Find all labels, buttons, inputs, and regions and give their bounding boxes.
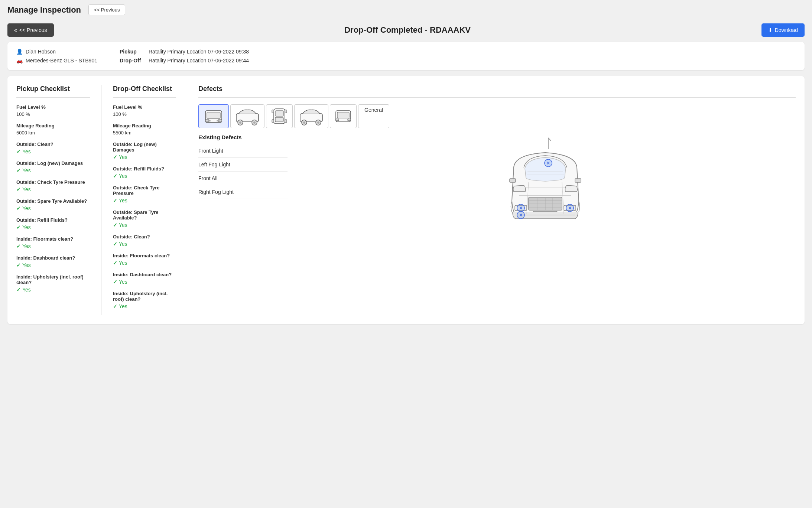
svg-text:×: × [519, 205, 522, 211]
checklist-item-label: Inside: Dashboard clean? [113, 272, 176, 277]
car-svg-container: × × × [493, 134, 597, 231]
page-title: Manage Inspection [7, 5, 81, 15]
svg-text:×: × [568, 205, 571, 211]
top-view-icon [270, 107, 289, 126]
pickup-checklist-item: Outside: Clean? Yes [16, 141, 90, 154]
checklist-item-label: Outside: Refill Fluids? [113, 166, 176, 172]
svg-rect-5 [217, 120, 220, 121]
dropoff-label: Drop-Off [120, 58, 146, 64]
checklist-item-value: Yes [16, 224, 90, 230]
download-icon: ⬇ [768, 27, 773, 33]
pickup-items: Fuel Level %100 %Mileage Reading5000 kmO… [16, 104, 90, 293]
svg-rect-15 [272, 110, 274, 113]
pickup-checklist-item: Outside: Check Tyre Pressure Yes [16, 179, 90, 192]
checklist-item-label: Mileage Reading [16, 123, 90, 128]
checklist-item-value: Yes [113, 222, 176, 228]
checklist-item-value: 100 % [16, 111, 90, 117]
vehicle-name: Mercedes-Benz GLS - STB901 [26, 58, 97, 64]
pickup-divider [16, 97, 90, 98]
defect-list-item[interactable]: Front Light [198, 144, 288, 158]
checklist-item-label: Inside: Upholstery (incl. roof) clean? [16, 274, 90, 285]
dropoff-checklist-item: Mileage Reading5500 km [113, 123, 176, 136]
svg-rect-47 [510, 179, 516, 182]
dropoff-checklist-item: Outside: Spare Tyre Available? Yes [113, 209, 176, 228]
dropoff-checklist-item: Outside: Clean? Yes [113, 234, 176, 247]
pickup-checklist-col: Pickup Checklist Fuel Level %100 %Mileag… [16, 85, 102, 315]
defect-list-item[interactable]: Left Fog Light [198, 158, 288, 172]
checklist-item-value: Yes [16, 186, 90, 192]
checklist-item-label: Fuel Level % [113, 104, 176, 110]
main-previous-button[interactable]: « << Previous [7, 23, 54, 37]
checklist-item-value: Yes [16, 243, 90, 249]
dropoff-checklist-item: Outside: Check Tyre Pressure Yes [113, 185, 176, 203]
tab-right-side[interactable] [294, 104, 328, 128]
checklist-item-value: Yes [113, 173, 176, 179]
checklist-item-label: Outside: Spare Tyre Available? [113, 209, 176, 221]
checklist-item-value: Yes [113, 279, 176, 285]
svg-rect-14 [275, 117, 283, 122]
checklist-item-value: Yes [16, 205, 90, 211]
checklist-item-label: Outside: Check Tyre Pressure [113, 185, 176, 196]
defects-header: Defects [198, 85, 796, 93]
car-front-diagram: × × × [493, 134, 597, 231]
columns: Pickup Checklist Fuel Level %100 %Mileag… [16, 85, 796, 315]
person-icon: 👤 [16, 49, 23, 55]
previous-label: << Previous [19, 27, 47, 33]
info-right: Pickup Ratality Primary Location 07-06-2… [120, 49, 249, 64]
tab-general[interactable]: General [358, 104, 389, 128]
svg-rect-27 [348, 119, 351, 121]
car-diagram: × × × [295, 134, 796, 231]
checklist-item-value: Yes [113, 303, 176, 309]
dropoff-checklist-item: Inside: Dashboard clean? Yes [113, 272, 176, 285]
dropoff-items: Fuel Level %100 %Mileage Reading5500 kmO… [113, 104, 176, 309]
tab-top-view[interactable] [266, 104, 293, 128]
info-left: 👤 Dian Hobson 🚗 Mercedes-Benz GLS - STB9… [16, 49, 97, 64]
main-content: Pickup Checklist Fuel Level %100 %Mileag… [7, 76, 805, 324]
dropoff-checklist-col: Drop-Off Checklist Fuel Level %100 %Mile… [102, 85, 187, 315]
checklist-item-label: Outside: Refill Fluids? [16, 217, 90, 223]
svg-text:×: × [519, 212, 522, 218]
svg-text:×: × [547, 160, 550, 166]
top-previous-button[interactable]: << Previous [88, 4, 125, 15]
pickup-label: Pickup [120, 49, 146, 55]
svg-line-29 [548, 138, 551, 141]
checklist-item-label: Inside: Floormats clean? [113, 253, 176, 258]
dropoff-header: Drop-Off Checklist [113, 85, 176, 93]
marker-windshield[interactable]: × [545, 159, 552, 167]
tab-front-view[interactable] [198, 104, 229, 128]
inspection-title: Drop-Off Completed - RDAAAKV [344, 25, 471, 35]
checklist-item-label: Fuel Level % [16, 104, 90, 110]
checklist-item-label: Outside: Spare Tyre Available? [16, 198, 90, 204]
checklist-item-value: Yes [16, 287, 90, 293]
marker-front-left[interactable]: × [517, 211, 524, 219]
checklist-item-value: Yes [113, 260, 176, 266]
checklist-item-value: Yes [16, 167, 90, 173]
tab-left-side[interactable] [230, 104, 264, 128]
top-nav: Manage Inspection << Previous [0, 0, 812, 20]
pickup-header: Pickup Checklist [16, 85, 90, 93]
svg-rect-26 [336, 119, 339, 121]
marker-right-fog[interactable]: × [566, 204, 574, 212]
rear-view-icon [334, 107, 353, 126]
checklist-item-label: Outside: Log (new) Damages [16, 160, 90, 166]
svg-rect-25 [337, 112, 349, 118]
defects-col: Defects [187, 85, 796, 315]
svg-rect-13 [275, 111, 283, 116]
tab-rear-view[interactable] [330, 104, 357, 128]
checklist-item-value: Yes [113, 154, 176, 160]
download-button[interactable]: ⬇ Download [761, 23, 805, 37]
person-info: 👤 Dian Hobson [16, 49, 97, 55]
car-icon: 🚗 [16, 58, 23, 64]
download-label: Download [775, 27, 798, 33]
checklist-item-value: 5500 km [113, 130, 176, 136]
pickup-info: Pickup Ratality Primary Location 07-06-2… [120, 49, 249, 55]
defect-list-item[interactable]: Front All [198, 172, 288, 185]
defect-list-item[interactable]: Right Fog Light [198, 185, 288, 199]
svg-point-22 [303, 121, 305, 124]
checklist-item-value: Yes [113, 241, 176, 247]
pickup-checklist-item: Outside: Spare Tyre Available? Yes [16, 198, 90, 211]
marker-left-fog[interactable]: × [517, 204, 524, 212]
svg-rect-16 [285, 110, 287, 113]
svg-rect-48 [575, 179, 581, 182]
checklist-item-label: Mileage Reading [113, 123, 176, 128]
